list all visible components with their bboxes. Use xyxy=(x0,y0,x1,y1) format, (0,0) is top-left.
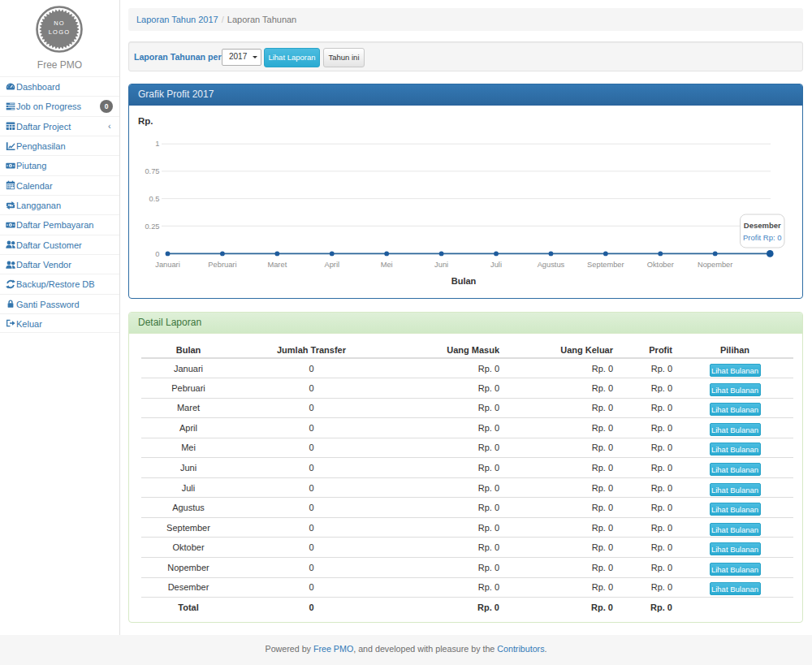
svg-text:0.5: 0.5 xyxy=(149,195,160,203)
svg-text:1: 1 xyxy=(155,140,159,148)
svg-text:0.25: 0.25 xyxy=(145,222,159,231)
svg-text:Nopember: Nopember xyxy=(698,261,732,269)
svg-text:Maret: Maret xyxy=(267,261,287,269)
svg-text:NO: NO xyxy=(54,19,65,27)
svg-text:Agustus: Agustus xyxy=(538,261,565,269)
svg-text:LOGO: LOGO xyxy=(49,28,70,36)
svg-text:0: 0 xyxy=(155,250,159,258)
svg-text:Oktober: Oktober xyxy=(647,261,674,269)
svg-text:Juli: Juli xyxy=(490,261,502,269)
svg-text:April: April xyxy=(324,261,339,269)
svg-text:Desember: Desember xyxy=(744,221,781,230)
svg-text:Januari: Januari xyxy=(155,261,180,269)
svg-text:September: September xyxy=(587,261,624,269)
svg-text:0.75: 0.75 xyxy=(145,167,159,175)
svg-text:Bulan: Bulan xyxy=(451,276,477,286)
svg-text:Pebruari: Pebruari xyxy=(208,261,236,269)
svg-text:Mei: Mei xyxy=(381,261,393,269)
svg-text:Juni: Juni xyxy=(434,261,448,269)
svg-text:Profit Rp: 0: Profit Rp: 0 xyxy=(743,233,782,242)
svg-text:Rp.: Rp. xyxy=(138,116,153,126)
